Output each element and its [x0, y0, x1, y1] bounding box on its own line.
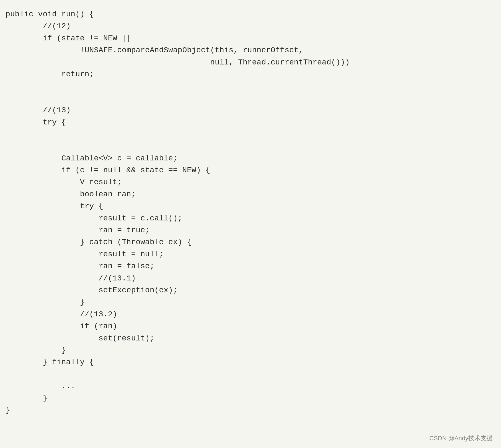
watermark: CSDN @Andy技术支援 [429, 434, 493, 442]
code-block: public void run() { //(12) if (state != … [6, 8, 495, 416]
code-container: public void run() { //(12) if (state != … [0, 0, 501, 448]
